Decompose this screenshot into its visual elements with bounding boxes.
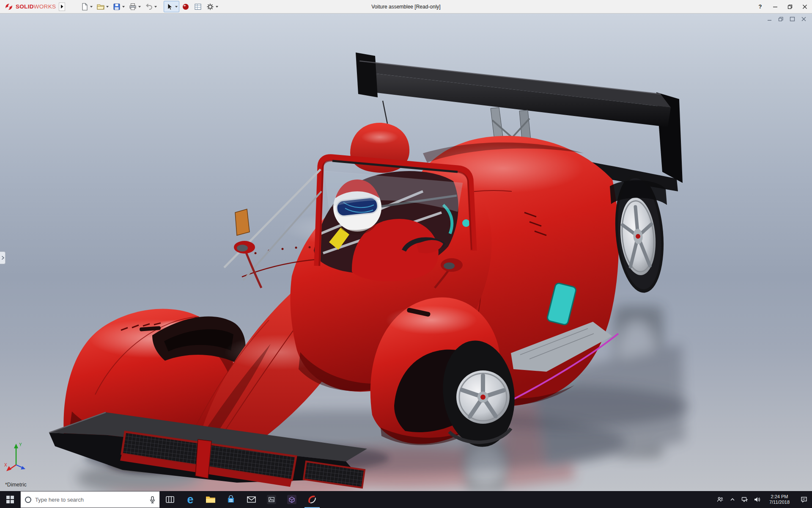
restore-icon: [787, 4, 793, 9]
window-controls: ?: [753, 0, 812, 14]
volume-button[interactable]: [751, 491, 763, 508]
select-cursor-icon: [165, 3, 174, 11]
start-button[interactable]: [0, 491, 20, 508]
triad-x-label: X: [4, 463, 7, 467]
clock[interactable]: 2:24 PM 7/11/2018: [763, 494, 796, 505]
collapse-arrow-icon: [1, 256, 4, 260]
dropdown-arrow-icon[interactable]: [154, 6, 157, 8]
print-icon: [129, 3, 137, 11]
photos-button[interactable]: [261, 491, 282, 508]
undo-button[interactable]: [143, 1, 159, 12]
network-icon: [741, 496, 748, 503]
dropdown-arrow-icon[interactable]: [216, 6, 218, 8]
microphone-button[interactable]: [150, 496, 155, 503]
desktop: SOLIDWORKS: [0, 0, 812, 508]
drawing-sheet-icon: [194, 3, 202, 11]
dropdown-arrow-icon[interactable]: [90, 6, 93, 8]
taskbar-search[interactable]: [20, 491, 160, 508]
menu-flyout-button[interactable]: [59, 3, 65, 11]
titlebar: SOLIDWORKS: [0, 0, 812, 14]
standard-toolbar: [79, 1, 220, 12]
print-button[interactable]: [127, 1, 143, 12]
system-tray: 2:24 PM 7/11/2018: [714, 491, 812, 508]
save-button[interactable]: [111, 1, 126, 12]
file-explorer-icon: [206, 495, 216, 504]
3d-viewer-icon: [287, 495, 296, 504]
tray-overflow-button[interactable]: [726, 491, 738, 508]
edge-icon: e: [187, 494, 193, 505]
file-explorer-button[interactable]: [200, 491, 221, 508]
taskbar: e: [0, 491, 812, 508]
new-document-icon: [80, 3, 89, 11]
people-icon: [717, 496, 724, 503]
select-button[interactable]: [164, 1, 179, 12]
task-view-icon: [166, 496, 174, 503]
doc-minimize-button[interactable]: [765, 16, 774, 22]
graphics-area[interactable]: Y X *Dimetric: [0, 14, 812, 491]
appearance-button[interactable]: [180, 1, 192, 12]
edge-button[interactable]: e: [180, 491, 200, 508]
document-window-controls: [765, 16, 808, 22]
search-input[interactable]: [35, 497, 146, 503]
chevron-up-icon: [729, 496, 736, 503]
dropdown-arrow-icon[interactable]: [175, 6, 178, 8]
dropdown-arrow-icon[interactable]: [106, 6, 109, 8]
orientation-triad: Y X: [3, 440, 39, 476]
solidworks-logo-icon: [4, 2, 14, 11]
save-icon: [112, 3, 121, 11]
store-icon: [227, 495, 235, 504]
options-gear-icon: [206, 3, 214, 11]
help-button[interactable]: ?: [753, 0, 768, 14]
doc-restore-icon: [778, 17, 784, 22]
solidworks-menu[interactable]: SOLIDWORKS: [0, 2, 68, 11]
clock-time: 2:24 PM: [763, 494, 796, 500]
flyout-arrow-icon: [60, 5, 63, 8]
minimize-icon: [773, 4, 778, 9]
doc-minimize-icon: [767, 17, 772, 22]
doc-maximize-icon: [790, 17, 795, 22]
photos-icon: [267, 495, 276, 504]
open-button[interactable]: [95, 1, 110, 12]
maximize-button[interactable]: [782, 0, 797, 14]
options-button[interactable]: [204, 1, 220, 12]
doc-close-button[interactable]: [799, 16, 808, 22]
mail-icon: [247, 496, 256, 503]
clock-date: 7/11/2018: [763, 500, 796, 505]
microphone-icon: [150, 496, 155, 503]
3d-model-canvas[interactable]: [0, 14, 812, 491]
panel-collapse-tab[interactable]: [0, 251, 5, 264]
window-title: Voiture assemblee [Read-only]: [371, 4, 440, 10]
volume-icon: [754, 496, 760, 503]
doc-maximize-button[interactable]: [788, 16, 796, 22]
task-view-button[interactable]: [160, 491, 180, 508]
network-button[interactable]: [738, 491, 751, 508]
dropdown-arrow-icon[interactable]: [122, 6, 125, 8]
drawing-sheet-button[interactable]: [192, 1, 204, 12]
dropdown-arrow-icon[interactable]: [138, 6, 141, 8]
close-button[interactable]: [797, 0, 812, 14]
store-button[interactable]: [221, 491, 241, 508]
new-document-button[interactable]: [79, 1, 94, 12]
open-folder-icon: [96, 3, 105, 11]
brand-wordmark: SOLIDWORKS: [16, 3, 56, 10]
solidworks-taskbar-button[interactable]: [302, 491, 322, 508]
view-orientation-label: *Dimetric: [5, 482, 27, 488]
people-button[interactable]: [714, 491, 726, 508]
doc-restore-button[interactable]: [776, 16, 785, 22]
windows-logo-icon: [6, 496, 14, 503]
mail-button[interactable]: [241, 491, 261, 508]
solidworks-app-icon: [307, 494, 317, 505]
action-center-button[interactable]: [796, 491, 812, 508]
undo-icon: [145, 3, 153, 11]
action-center-icon: [801, 496, 807, 503]
cortana-icon: [25, 497, 31, 503]
appearance-sphere-icon: [181, 3, 190, 11]
triad-y-label: Y: [19, 442, 22, 447]
3d-viewer-button[interactable]: [282, 491, 302, 508]
minimize-button[interactable]: [768, 0, 782, 14]
close-icon: [802, 4, 807, 9]
doc-close-icon: [801, 17, 807, 22]
